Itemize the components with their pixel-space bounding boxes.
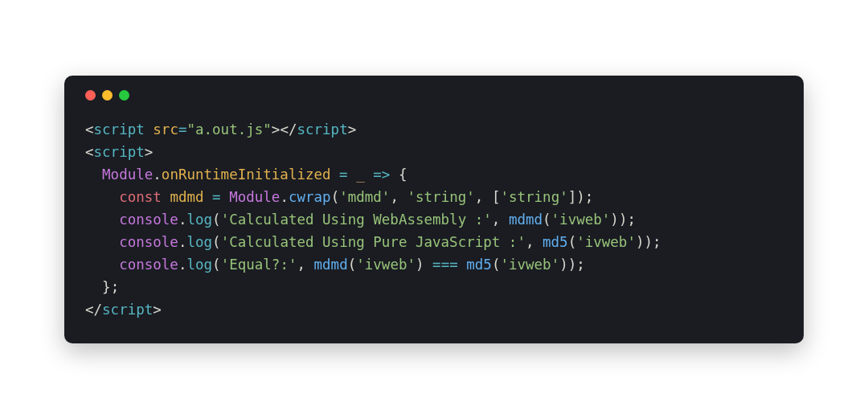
code-line: <script>	[85, 144, 153, 160]
code-line: console.log('Calculated Using Pure JavaS…	[85, 234, 661, 250]
code-line: <script src="a.out.js"></script>	[85, 121, 356, 138]
zoom-icon[interactable]	[119, 90, 129, 101]
code-line: };	[85, 279, 119, 295]
code-block: <script src="a.out.js"></script> <script…	[85, 118, 783, 321]
code-window: <script src="a.out.js"></script> <script…	[64, 76, 804, 343]
code-line: Module.onRuntimeInitialized = _ => {	[85, 166, 407, 183]
minimize-icon[interactable]	[102, 90, 113, 101]
window-controls	[85, 90, 783, 101]
code-line: console.log('Equal?:', mdmd('ivweb') ===…	[85, 257, 585, 273]
code-line: const mdmd = Module.cwrap('mdmd', 'strin…	[85, 189, 593, 205]
code-line: </script>	[85, 302, 162, 318]
close-icon[interactable]	[85, 90, 96, 101]
code-line: console.log('Calculated Using WebAssembl…	[85, 212, 636, 228]
